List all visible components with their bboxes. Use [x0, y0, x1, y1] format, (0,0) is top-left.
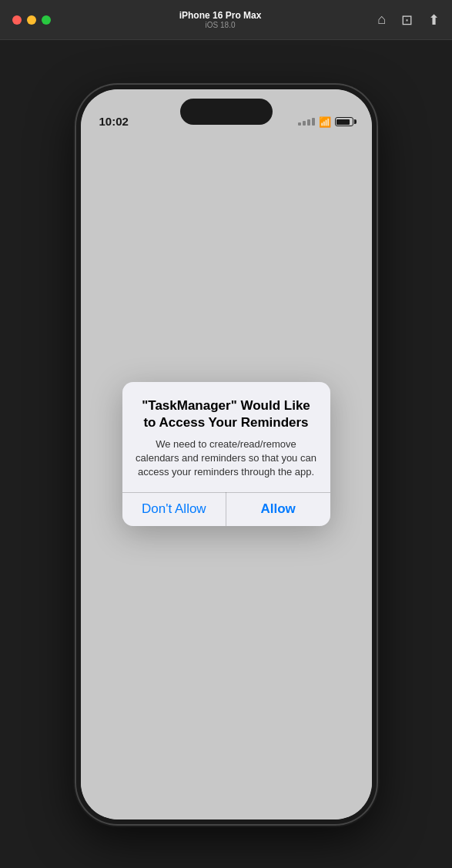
wifi-icon: 📶 [319, 116, 331, 128]
simulator-body: 10:02 📶 [0, 40, 452, 868]
alert-overlay: "TaskManager" Would Like to Access Your … [81, 89, 372, 819]
alert-content: "TaskManager" Would Like to Access Your … [122, 382, 330, 492]
allow-button[interactable]: Allow [226, 492, 330, 526]
toolbar-actions: ⌂ ⊡ ⬆ [377, 12, 440, 28]
dont-allow-button[interactable]: Don't Allow [122, 492, 226, 526]
iphone-frame: 10:02 📶 [76, 85, 377, 824]
alert-title: "TaskManager" Would Like to Access Your … [135, 397, 318, 431]
battery-icon [335, 117, 353, 126]
device-name-label: iPhone 16 Pro Max [179, 10, 262, 21]
alert-message: We need to create/read/remove calendars … [135, 437, 318, 480]
status-icons: 📶 [298, 116, 353, 128]
alert-buttons: Don't Allow Allow [122, 492, 330, 526]
iphone-screen: 10:02 📶 [81, 89, 372, 819]
minimize-button[interactable] [27, 15, 36, 25]
traffic-lights [12, 15, 51, 25]
alert-dialog: "TaskManager" Would Like to Access Your … [122, 382, 330, 526]
close-button[interactable] [12, 15, 22, 25]
dynamic-island [180, 99, 273, 125]
device-info: iPhone 16 Pro Max iOS 18.0 [63, 10, 377, 29]
signal-icon [298, 118, 315, 126]
screenshot-icon[interactable]: ⊡ [401, 12, 413, 28]
home-icon[interactable]: ⌂ [377, 12, 386, 28]
simulator-toolbar: iPhone 16 Pro Max iOS 18.0 ⌂ ⊡ ⬆ [0, 0, 452, 40]
share-icon[interactable]: ⬆ [428, 12, 440, 28]
screen-content: "TaskManager" Would Like to Access Your … [81, 89, 372, 819]
device-os-label: iOS 18.0 [206, 21, 236, 29]
maximize-button[interactable] [42, 15, 51, 25]
